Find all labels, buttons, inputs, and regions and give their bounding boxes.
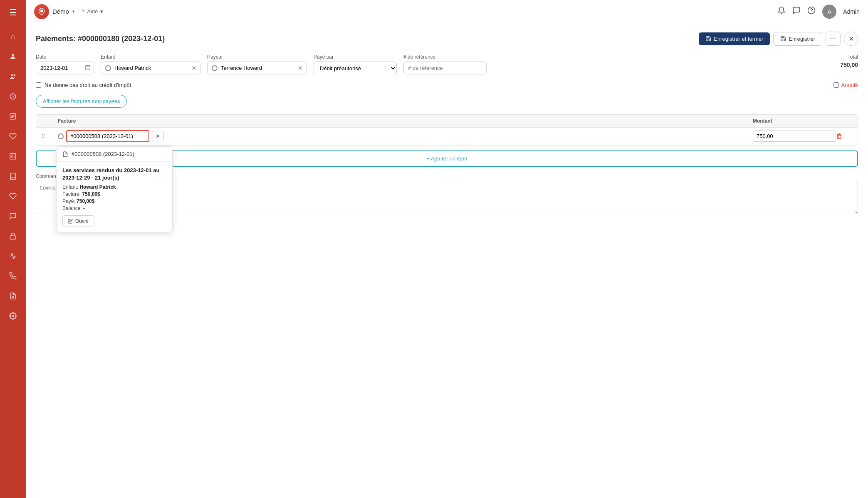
date-input-wrapper	[36, 62, 94, 74]
afficher-label: Afficher les factures non-payées	[43, 98, 120, 104]
svg-rect-12	[10, 236, 16, 239]
help-chevron: ▾	[100, 8, 103, 15]
chart-icon[interactable]	[5, 148, 21, 165]
heart2-icon[interactable]	[5, 188, 21, 205]
dropdown-balance-row: Balance: -	[62, 205, 166, 211]
notification-icon[interactable]	[777, 6, 786, 17]
total-group: Total 750,00	[840, 54, 858, 68]
annule-label: Annulé	[841, 82, 858, 88]
dropdown-facture-value: 750,00$	[82, 191, 100, 197]
ouvrir-button[interactable]: Ouvrir	[62, 215, 94, 227]
paye-par-select[interactable]: Débit préautorisé Chèque Comptant Vireme…	[314, 62, 397, 75]
question-icon: ?	[82, 8, 84, 15]
dropdown-detail: Les services rendus du 2023-12-01 au 202…	[57, 162, 172, 232]
dropdown-balance-value: -	[83, 205, 85, 211]
edit-icon	[68, 219, 73, 224]
payeur-radio	[212, 65, 218, 71]
credit-impot-checkbox[interactable]	[36, 82, 41, 88]
save2-icon	[780, 36, 786, 42]
delete-row-button[interactable]: 🗑	[836, 133, 843, 140]
facture-prefix: Facturé:	[62, 191, 81, 197]
dropdown-item-label: #000000508 (2023-12-01)	[72, 151, 134, 157]
report-icon[interactable]	[5, 288, 21, 304]
table-header: Facture Montant	[36, 115, 858, 128]
help-menu[interactable]: ? Aide ▾	[82, 8, 103, 15]
facture-input[interactable]	[66, 130, 149, 142]
payeur-value-area: Terrence Howard	[208, 62, 294, 74]
file-icon	[62, 151, 68, 157]
table-row: ⠿ ✕ 🗑 #000000508 (2023-12-01)	[36, 128, 858, 145]
save-icon	[705, 36, 711, 42]
brand-label: Démo	[52, 8, 69, 15]
dropdown-detail-title: Les services rendus du 2023-12-01 au 202…	[62, 167, 166, 182]
page-actions: Enregistrer et fermer Enregistrer ⋯ ✕	[699, 32, 858, 46]
save-button[interactable]: Enregistrer	[773, 32, 822, 46]
chat-icon[interactable]	[792, 6, 801, 17]
lock-icon[interactable]	[5, 228, 21, 244]
dropdown-enfant-row: Enfant: Howard Patrick	[62, 184, 166, 190]
total-value: 750,00	[840, 62, 858, 68]
logo-area[interactable]: Démo ▾	[34, 4, 75, 19]
clock-icon[interactable]	[5, 88, 21, 105]
more-button[interactable]: ⋯	[826, 32, 841, 46]
payeur-field: Terrence Howard ✕	[207, 62, 307, 74]
svg-point-16	[41, 10, 43, 12]
montant-input[interactable]	[753, 131, 836, 142]
list-icon[interactable]	[5, 108, 21, 125]
page-content: Paiements: #000000180 (2023-12-01) Enreg…	[26, 23, 868, 498]
logo-icon	[34, 4, 49, 19]
phone-icon[interactable]	[5, 268, 21, 284]
book-icon[interactable]	[5, 168, 21, 185]
date-label: Date	[36, 54, 94, 60]
save-close-button[interactable]: Enregistrer et fermer	[699, 32, 770, 45]
payeur-clear-button[interactable]: ✕	[294, 64, 307, 72]
settings-icon[interactable]	[5, 308, 21, 324]
help-circle-icon[interactable]	[807, 6, 816, 17]
invoice-dropdown: #000000508 (2023-12-01) Les services ren…	[56, 146, 173, 232]
enfant-label: Enfant	[101, 54, 200, 60]
dropdown-item[interactable]: #000000508 (2023-12-01)	[57, 147, 172, 162]
drag-handle[interactable]: ⠿	[41, 133, 58, 140]
col-actions-header	[836, 118, 853, 124]
heart-icon[interactable]	[5, 128, 21, 145]
enfant-value: Howard Patrick	[114, 65, 151, 71]
topbar-actions: A Admin	[777, 5, 860, 19]
montant-cell	[753, 131, 836, 142]
svg-rect-19	[86, 65, 90, 70]
avatar[interactable]: A	[822, 5, 836, 19]
form-row-1: Date Enfant Howard Patrick ✕	[36, 54, 858, 75]
afficher-button[interactable]: Afficher les factures non-payées	[36, 95, 127, 108]
dropdown-enfant-value: Howard Patrick	[79, 184, 116, 190]
dropdown-paye-row: Payé: 750,00$	[62, 198, 166, 204]
ref-group: # de référence	[403, 54, 487, 74]
ref-input[interactable]	[403, 62, 487, 74]
afficher-section: Afficher les factures non-payées	[36, 95, 858, 108]
stats-icon[interactable]	[5, 248, 21, 264]
calendar-icon[interactable]	[85, 64, 91, 71]
enfant-value-area: Howard Patrick	[101, 62, 188, 74]
page-header: Paiements: #000000180 (2023-12-01) Enreg…	[36, 32, 858, 46]
person-icon[interactable]	[5, 48, 21, 65]
facture-clear-button[interactable]: ✕	[152, 131, 164, 141]
message-icon[interactable]	[5, 208, 21, 224]
balance-prefix: Balance:	[62, 205, 82, 211]
enfant-clear-button[interactable]: ✕	[188, 64, 200, 72]
facture-radio	[58, 133, 64, 139]
payeur-value: Terrence Howard	[221, 65, 262, 71]
save-label: Enregistrer	[789, 36, 815, 42]
admin-label: Admin	[843, 8, 860, 15]
users-icon[interactable]	[5, 68, 21, 85]
enfant-radio	[105, 65, 111, 71]
home-icon[interactable]: ⌂	[5, 28, 21, 45]
svg-point-1	[11, 74, 13, 76]
dropdown-facture-row: Facturé: 750,00$	[62, 191, 166, 197]
annule-checkbox[interactable]	[833, 82, 839, 88]
close-button[interactable]: ✕	[844, 32, 858, 46]
close-icon: ✕	[848, 35, 854, 43]
sidebar: ☰ ⌂	[0, 0, 26, 498]
facture-cell: ✕	[58, 130, 753, 142]
paye-par-label: Payé par	[314, 54, 397, 60]
hamburger-menu[interactable]: ☰	[6, 4, 20, 21]
payeur-group: Payeur Terrence Howard ✕	[207, 54, 307, 74]
checkbox-row: Ne donne pas droit au crédit d'impôt Ann…	[36, 82, 858, 88]
